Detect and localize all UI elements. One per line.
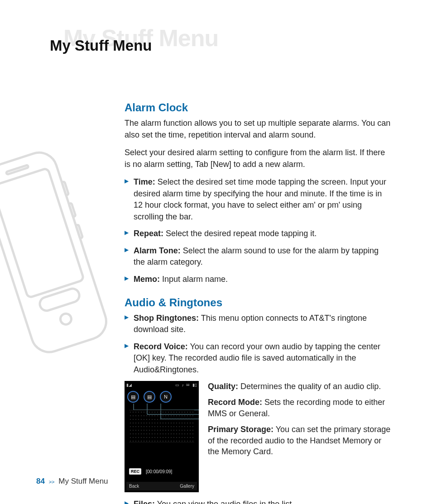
bullet-memo: Memo: Input alarm name. [125, 274, 391, 285]
callout-label: Record Mode: [208, 398, 262, 407]
softkey-back: Back [129, 484, 139, 489]
callout-primary-storage: Primary Storage: You can set the primary… [208, 424, 391, 457]
svg-rect-4 [62, 181, 69, 195]
bullet-alarm-tone: Alarm Tone: Select the alarm sound to us… [125, 245, 391, 268]
bullet-text: Input alarm name. [160, 275, 228, 284]
chapter-title: My Stuff Menu [50, 37, 152, 54]
section-heading-audio-ringtones: Audio & Ringtones [125, 296, 391, 309]
audio-bullets-top: Shop Ringtones: This menu option connect… [125, 313, 391, 376]
callout-label: Quality: [208, 382, 238, 391]
bullet-label: Alarm Tone: [134, 246, 181, 255]
alarm-bullets: Time: Select the desired set time mode t… [125, 176, 391, 285]
storage-icon: N [160, 391, 172, 403]
svg-rect-6 [76, 224, 83, 238]
bullet-label: Record Voice: [134, 342, 188, 351]
bullet-files: Files: You can view the audio files in t… [125, 499, 391, 504]
phone-statusbar: ▮◢ ▭ ♪ ✉ ▮▯ [126, 382, 197, 388]
content-column: Alarm Clock The alarm function allows yo… [125, 90, 391, 504]
page-number: 84 [36, 477, 45, 485]
bullet-label: Shop Ringtones: [134, 314, 199, 323]
svg-rect-5 [69, 203, 76, 217]
sd-icon: ▭ [175, 383, 179, 387]
callout-record-mode: Record Mode: Sets the recording mode to … [208, 397, 391, 419]
bullet-text: Select the desired repeat mode tapping i… [163, 229, 317, 238]
callout-quality: Quality: Determines the quality of an au… [208, 381, 391, 392]
alarm-intro-1: The alarm function allows you to set up … [125, 118, 391, 141]
bullet-text: You can view the audio files in the list… [155, 499, 294, 504]
callout-label: Primary Storage: [208, 425, 274, 434]
svg-rect-7 [6, 165, 28, 175]
msg-icon: ✉ [186, 383, 190, 387]
quality-icon: ▤ [127, 391, 139, 403]
breadcrumb-separator: >> [49, 479, 55, 485]
bullet-text: Select the desired set time mode tapping… [134, 177, 386, 221]
record-voice-callout: ▮◢ ▭ ♪ ✉ ▮▯ ▤ ▤ N [125, 381, 391, 492]
audio-bullets-bottom: Files: You can view the audio files in t… [125, 499, 391, 504]
phone-outline-illustration [0, 145, 109, 380]
callout-text: Determines the quality of an audio clip. [238, 382, 381, 391]
rec-timer: [00:00/09:09] [146, 469, 172, 474]
page-footer: 84 >> My Stuff Menu [36, 477, 108, 486]
footer-breadcrumb: My Stuff Menu [58, 477, 108, 485]
battery-icon: ▮▯ [192, 383, 197, 387]
bullet-repeat: Repeat: Select the desired repeat mode t… [125, 228, 391, 240]
svg-point-3 [59, 312, 72, 326]
bullet-label: Time: [134, 177, 155, 186]
phone-screenshot-record-voice: ▮◢ ▭ ♪ ✉ ▮▯ ▤ ▤ N [125, 381, 199, 492]
signal-icon: ▮◢ [126, 383, 132, 387]
svg-rect-2 [38, 287, 81, 312]
waveform-area [129, 410, 194, 442]
manual-page: My Stuff Menu My Stuff Menu Alarm Clock … [0, 0, 432, 504]
alarm-intro-2: Select your desired alarm setting to con… [125, 147, 391, 170]
bullet-time: Time: Select the desired set time mode t… [125, 176, 391, 223]
bullet-record-voice: Record Voice: You can record your own au… [125, 341, 391, 376]
softkey-gallery: Gallery [180, 484, 194, 489]
section-heading-alarm-clock: Alarm Clock [125, 101, 391, 114]
music-icon: ♪ [182, 383, 184, 387]
callout-list: Quality: Determines the quality of an au… [208, 381, 391, 492]
bullet-label: Repeat: [134, 229, 163, 238]
rec-button: REC [129, 468, 141, 475]
bullet-label: Files: [134, 499, 155, 504]
bullet-shop-ringtones: Shop Ringtones: This menu option connect… [125, 313, 391, 336]
bullet-label: Memo: [134, 275, 160, 284]
record-mode-icon: ▤ [144, 391, 155, 403]
